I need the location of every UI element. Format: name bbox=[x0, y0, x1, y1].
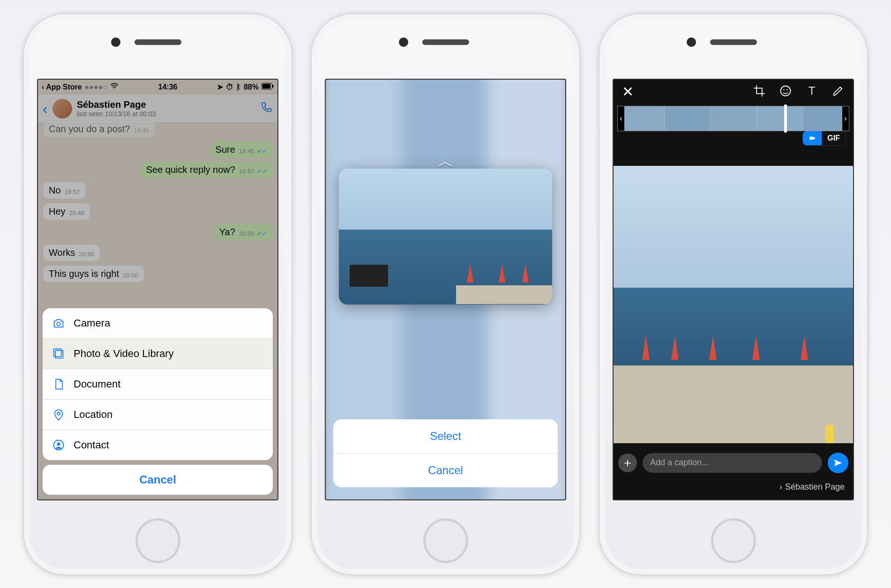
add-media-button[interactable]: ＋ bbox=[618, 454, 637, 472]
location-pin-icon bbox=[52, 408, 65, 421]
svg-rect-12 bbox=[809, 136, 813, 140]
home-button[interactable] bbox=[423, 518, 468, 563]
video-trim-filmstrip[interactable]: ‹ › bbox=[617, 106, 849, 131]
photo-library-icon bbox=[52, 347, 65, 360]
screen-3: ✕ bbox=[613, 79, 854, 500]
picker-cancel-label: Cancel bbox=[428, 464, 463, 476]
phone-frame-3: ✕ bbox=[599, 13, 868, 575]
svg-rect-4 bbox=[55, 350, 63, 358]
attach-cancel-label: Cancel bbox=[139, 473, 176, 486]
phone-frame-1: ‹ App Store ●●●●○ 14:36 ➤ ⏱ ᛒ 88% bbox=[23, 13, 292, 575]
recipient-indicator[interactable]: › Sébastien Page bbox=[779, 482, 845, 492]
svg-point-3 bbox=[57, 322, 60, 325]
svg-point-6 bbox=[57, 412, 60, 415]
attach-contact-option[interactable]: Contact bbox=[43, 430, 273, 460]
attach-library-option[interactable]: Photo & Video Library bbox=[43, 338, 273, 369]
svg-point-8 bbox=[57, 442, 60, 446]
attachment-action-sheet: Camera Photo & Video Library Document bbox=[43, 308, 273, 495]
media-preview[interactable] bbox=[614, 166, 853, 443]
contact-icon bbox=[52, 439, 65, 452]
draw-tool-icon[interactable] bbox=[831, 84, 845, 99]
phone-front-camera bbox=[687, 37, 696, 47]
editor-toolbar: ✕ bbox=[614, 80, 853, 104]
caption-input[interactable]: Add a caption... bbox=[643, 453, 822, 473]
picker-select-label: Select bbox=[430, 430, 461, 442]
toggle-gif-segment[interactable]: GIF bbox=[822, 131, 846, 145]
svg-point-9 bbox=[781, 86, 791, 96]
toggle-gif-label: GIF bbox=[827, 134, 840, 142]
caption-placeholder: Add a caption... bbox=[650, 458, 709, 468]
attach-camera-label: Camera bbox=[74, 317, 110, 329]
svg-point-10 bbox=[783, 89, 784, 90]
chevron-right-icon: › bbox=[779, 482, 782, 492]
phone-speaker bbox=[135, 39, 181, 45]
photo-preview-card[interactable] bbox=[339, 169, 552, 305]
phone-frame-2: ︿ Select Cancel bbox=[311, 13, 580, 575]
playhead[interactable] bbox=[784, 104, 787, 133]
caption-bar: ＋ Add a caption... bbox=[618, 453, 848, 473]
attachment-options-group: Camera Photo & Video Library Document bbox=[43, 308, 273, 460]
attach-library-label: Photo & Video Library bbox=[74, 348, 174, 360]
home-button[interactable] bbox=[711, 518, 756, 563]
trim-handle-right[interactable]: › bbox=[842, 106, 849, 131]
phone-front-camera bbox=[399, 37, 408, 47]
crop-icon[interactable] bbox=[753, 84, 766, 99]
canvas: ‹ App Store ●●●●○ 14:36 ➤ ⏱ ᛒ 88% bbox=[0, 0, 891, 588]
screen-1: ‹ App Store ●●●●○ 14:36 ➤ ⏱ ᛒ 88% bbox=[37, 79, 278, 500]
picker-cancel-button[interactable]: Cancel bbox=[333, 453, 558, 487]
video-gif-toggle[interactable]: GIF bbox=[803, 131, 846, 145]
media-editor: ✕ bbox=[614, 80, 853, 499]
screen-2: ︿ Select Cancel bbox=[325, 79, 566, 500]
attach-contact-label: Contact bbox=[74, 439, 109, 451]
picker-action-sheet: Select Cancel bbox=[333, 419, 558, 487]
emoji-icon[interactable] bbox=[779, 84, 792, 99]
attach-location-label: Location bbox=[74, 409, 112, 421]
phone-speaker bbox=[422, 39, 469, 45]
attach-location-option[interactable]: Location bbox=[43, 399, 273, 430]
phone-speaker bbox=[710, 39, 757, 45]
send-button[interactable] bbox=[828, 453, 848, 473]
document-icon bbox=[52, 378, 65, 391]
attach-document-label: Document bbox=[74, 378, 120, 390]
person-in-frame bbox=[825, 424, 834, 443]
recipient-name: Sébastien Page bbox=[785, 482, 845, 492]
attach-document-option[interactable]: Document bbox=[43, 369, 273, 399]
preview-image bbox=[339, 169, 552, 305]
attach-cancel-button[interactable]: Cancel bbox=[43, 465, 273, 495]
toggle-video-segment[interactable] bbox=[803, 131, 822, 145]
close-button[interactable]: ✕ bbox=[622, 85, 634, 99]
text-tool-icon[interactable] bbox=[805, 84, 818, 99]
phone-front-camera bbox=[111, 37, 120, 47]
trim-handle-left[interactable]: ‹ bbox=[618, 106, 624, 131]
home-button[interactable] bbox=[135, 518, 180, 563]
attach-camera-option[interactable]: Camera bbox=[43, 308, 273, 338]
picker-select-button[interactable]: Select bbox=[333, 419, 558, 453]
svg-rect-5 bbox=[54, 349, 61, 356]
camera-icon bbox=[52, 317, 65, 330]
svg-point-11 bbox=[786, 89, 787, 90]
